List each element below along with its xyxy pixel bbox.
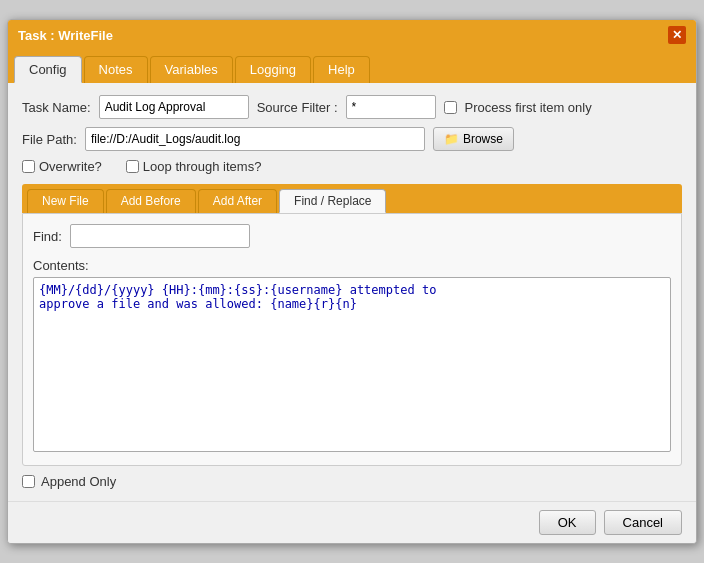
close-button[interactable]: ✕ xyxy=(668,26,686,44)
inner-tab-bar: New File Add Before Add After Find / Rep… xyxy=(22,184,682,213)
find-input[interactable] xyxy=(70,224,250,248)
append-only-label: Append Only xyxy=(41,474,116,489)
tab-help[interactable]: Help xyxy=(313,56,370,83)
contents-textarea[interactable]: {MM}/{dd}/{yyyy} {HH}:{mm}:{ss}:{usernam… xyxy=(33,277,671,452)
task-name-input[interactable] xyxy=(99,95,249,119)
task-name-label: Task Name: xyxy=(22,100,91,115)
overwrite-row: Overwrite? Loop through items? xyxy=(22,159,682,174)
source-filter-label: Source Filter : xyxy=(257,100,338,115)
overwrite-checkbox[interactable] xyxy=(22,160,35,173)
file-path-row: File Path: 📁 Browse xyxy=(22,127,682,151)
title-bar: Task : WriteFile ✕ xyxy=(8,20,696,50)
append-row: Append Only xyxy=(22,474,682,489)
ok-button[interactable]: OK xyxy=(539,510,596,535)
config-content: Task Name: Source Filter : Process first… xyxy=(8,83,696,501)
folder-icon: 📁 xyxy=(444,132,459,146)
find-row: Find: xyxy=(33,224,671,248)
source-filter-input[interactable] xyxy=(346,95,436,119)
inner-tab-find-replace[interactable]: Find / Replace xyxy=(279,189,386,213)
loop-checkbox[interactable] xyxy=(126,160,139,173)
overwrite-label: Overwrite? xyxy=(22,159,102,174)
file-path-input[interactable] xyxy=(85,127,425,151)
append-only-checkbox[interactable] xyxy=(22,475,35,488)
dialog-footer: OK Cancel xyxy=(8,501,696,543)
dialog-writefile: Task : WriteFile ✕ Config Notes Variable… xyxy=(7,19,697,544)
tab-variables[interactable]: Variables xyxy=(150,56,233,83)
find-label: Find: xyxy=(33,229,62,244)
process-first-checkbox[interactable] xyxy=(444,101,457,114)
inner-tab-new-file[interactable]: New File xyxy=(27,189,104,213)
tab-config[interactable]: Config xyxy=(14,56,82,83)
inner-tab-add-after[interactable]: Add After xyxy=(198,189,277,213)
dialog-title: Task : WriteFile xyxy=(18,28,113,43)
process-first-label: Process first item only xyxy=(465,100,592,115)
tab-notes[interactable]: Notes xyxy=(84,56,148,83)
loop-label: Loop through items? xyxy=(126,159,262,174)
inner-tab-add-before[interactable]: Add Before xyxy=(106,189,196,213)
main-tab-bar: Config Notes Variables Logging Help xyxy=(8,50,696,83)
cancel-button[interactable]: Cancel xyxy=(604,510,682,535)
inner-tab-content: Find: Contents: {MM}/{dd}/{yyyy} {HH}:{m… xyxy=(22,213,682,466)
tab-logging[interactable]: Logging xyxy=(235,56,311,83)
contents-label: Contents: xyxy=(33,258,671,273)
browse-label: Browse xyxy=(463,132,503,146)
browse-button[interactable]: 📁 Browse xyxy=(433,127,514,151)
task-name-row: Task Name: Source Filter : Process first… xyxy=(22,95,682,119)
file-path-label: File Path: xyxy=(22,132,77,147)
